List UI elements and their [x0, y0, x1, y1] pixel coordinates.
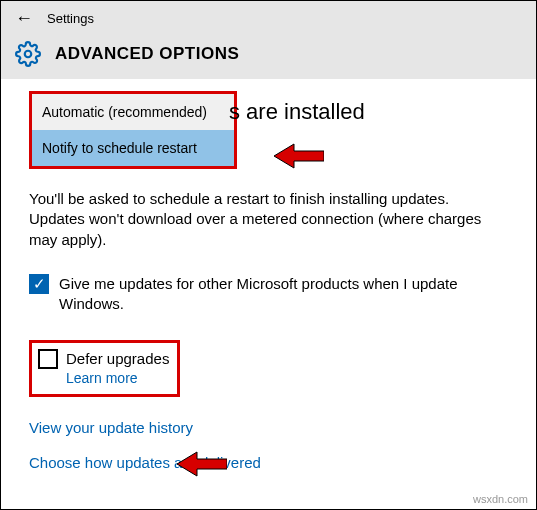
header-top: ← Settings — [9, 5, 528, 31]
svg-marker-1 — [274, 144, 324, 168]
settings-label: Settings — [47, 11, 94, 26]
back-arrow-icon[interactable]: ← — [15, 9, 33, 27]
content-area: s are installed Automatic (recommended) … — [1, 79, 536, 499]
defer-upgrades-block: Defer upgrades Learn more — [29, 340, 180, 396]
view-history-link[interactable]: View your update history — [29, 419, 508, 436]
other-products-checkbox[interactable]: ✓ — [29, 274, 49, 294]
watermark: wsxdn.com — [473, 493, 528, 505]
learn-more-link[interactable]: Learn more — [66, 370, 169, 386]
other-products-label: Give me updates for other Microsoft prod… — [59, 274, 508, 315]
svg-point-0 — [25, 51, 32, 58]
header-title-row: ADVANCED OPTIONS — [9, 31, 528, 69]
header-bar: ← Settings ADVANCED OPTIONS — [1, 1, 536, 79]
page-title: ADVANCED OPTIONS — [55, 44, 239, 64]
gear-icon — [15, 41, 41, 67]
dropdown-area: s are installed Automatic (recommended) … — [29, 91, 508, 169]
description-text: You'll be asked to schedule a restart to… — [29, 189, 508, 250]
defer-row: Defer upgrades — [38, 349, 169, 369]
dropdown-option-notify[interactable]: Notify to schedule restart — [32, 130, 234, 166]
choose-delivery-link[interactable]: Choose how updates are delivered — [29, 454, 508, 471]
install-mode-dropdown[interactable]: Automatic (recommended) Notify to schedu… — [29, 91, 237, 169]
other-products-row: ✓ Give me updates for other Microsoft pr… — [29, 274, 508, 315]
defer-upgrades-label: Defer upgrades — [66, 349, 169, 369]
defer-upgrades-checkbox[interactable] — [38, 349, 58, 369]
install-heading-fragment: s are installed — [229, 99, 365, 125]
dropdown-option-automatic[interactable]: Automatic (recommended) — [32, 94, 234, 130]
checkmark-icon: ✓ — [33, 275, 46, 293]
annotation-arrow-icon — [274, 141, 324, 171]
